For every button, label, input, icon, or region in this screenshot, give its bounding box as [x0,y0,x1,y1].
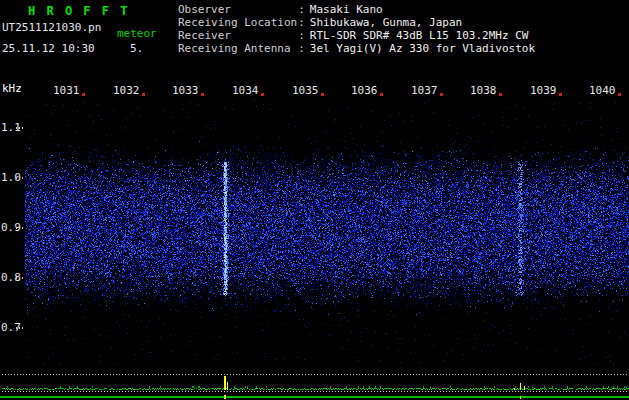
field-value: RTL-SDR SDR# 43dB L15 103.2MHz CW [310,29,529,42]
metadata-block: Observer :Masaki Kano Receiving Location… [178,3,535,55]
field-separator: : [298,29,305,42]
hrofft-screen: H R O F F T UT2511121030.pn meteor 25.11… [0,0,629,400]
x-axis-label-text: 1037 [411,84,438,97]
x-axis-label: 1031 [53,84,85,97]
x-axis-label-text: 1032 [113,84,140,97]
observation-datetime: 25.11.12 10:30 [2,42,95,55]
mode-label: meteor [117,27,157,40]
x-axis-label-text: 1036 [351,84,378,97]
red-tick-icon [82,93,85,96]
red-tick-icon [142,93,145,96]
metadata-row-observer: Observer :Masaki Kano [178,3,535,16]
x-axis-label: 1032 [113,84,145,97]
red-tick-icon [618,93,621,96]
red-tick-icon [559,93,562,96]
x-axis-label: 1035 [292,84,324,97]
field-separator: : [298,42,305,55]
x-axis-label: 1038 [470,84,502,97]
echo-count: 5. [130,42,143,55]
x-axis-label-text: 1039 [530,84,557,97]
field-separator: : [298,16,305,29]
field-value: 3el Yagi(V) Az 330 for Vladivostok [310,42,535,55]
x-axis-label-text: 1034 [232,84,259,97]
red-tick-icon [380,93,383,96]
spectrogram-canvas [0,100,629,400]
field-value: Masaki Kano [310,3,383,16]
x-axis-label: 1040 [589,84,621,97]
metadata-row-receiver: Receiver :RTL-SDR SDR# 43dB L15 103.2MHz… [178,29,535,42]
x-axis-label-text: 1040 [589,84,616,97]
metadata-row-antenna: Receiving Antenna :3el Yagi(V) Az 330 fo… [178,42,535,55]
red-tick-icon [321,93,324,96]
app-title: H R O F F T [28,4,129,18]
field-label: Receiving Antenna [178,42,297,55]
y-axis-unit: kHz [2,82,22,95]
red-tick-icon [201,93,204,96]
red-tick-icon [499,93,502,96]
x-axis-label: 1039 [530,84,562,97]
x-axis-label: 1037 [411,84,443,97]
x-axis-label-text: 1038 [470,84,497,97]
field-value: Shibukawa, Gunma, Japan [310,16,462,29]
x-axis-label: 1034 [232,84,264,97]
red-tick-icon [440,93,443,96]
field-label: Receiver [178,29,297,42]
field-label: Observer [178,3,297,16]
x-axis-label: 1036 [351,84,383,97]
field-label: Receiving Location [178,16,297,29]
x-axis-label-text: 1033 [172,84,199,97]
x-axis-label: 1033 [172,84,204,97]
field-separator: : [298,3,305,16]
file-id: UT2511121030.pn [2,21,101,34]
x-axis-label-text: 1031 [53,84,80,97]
red-tick-icon [261,93,264,96]
x-axis-label-text: 1035 [292,84,319,97]
metadata-row-location: Receiving Location:Shibukawa, Gunma, Jap… [178,16,535,29]
